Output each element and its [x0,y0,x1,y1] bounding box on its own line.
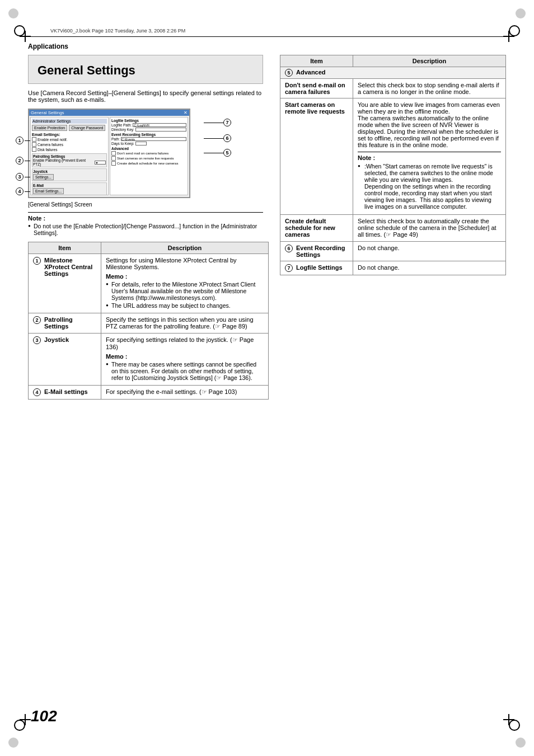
reg-circle-bl [14,720,25,731]
memo-title: Memo : [106,353,128,360]
corner-decoration-tl [8,8,18,18]
col-desc-header: Description [101,242,269,254]
desc-text: You are able to view live images from ca… [358,101,500,148]
desc-text: Select this check box to stop sending e-… [358,82,499,95]
desc-cell: For specifying settings related to the j… [101,334,269,386]
row-number-2: 2 [33,316,41,324]
item-cell: Start cameras on remote live requests [280,98,353,215]
desc-text: Settings for using Milestone XProtect Ce… [106,257,237,270]
memo-title: Memo : [106,273,128,280]
memo-item: For details, refer to the Milestone XPro… [106,281,264,301]
note-title-r: Note : [358,154,375,161]
row-number-7: 7 [285,264,293,272]
right-note: Note : :When "Start cameras on remote li… [358,152,501,210]
table-row: Start cameras on remote live requests Yo… [280,98,506,215]
applications-heading: Applications [28,43,506,50]
item-label: Milestone XProtect Central Settings [44,257,96,277]
item-label: Event Recording Settings [296,245,348,258]
table-row: Create default schedule for new cameras … [280,215,506,242]
callout-4: 4 [16,187,24,195]
item-cell: 6 Event Recording Settings [280,242,353,261]
screenshot-box: General Settings ✕ Administrator Setting… [28,109,190,198]
desc-cell: Settings for using Milestone XProtect Ce… [101,254,269,313]
table-row: 3 Joystick For specifying settings relat… [29,334,269,386]
item-cell: Don't send e-mail on camera failures [280,79,353,98]
item-label: Create default schedule for new cameras [285,218,335,238]
section-number-5: 5 [285,69,293,77]
table-row: Don't send e-mail on camera failures Sel… [280,79,506,98]
right-table: Item Description 5 Advanced [280,55,506,275]
left-column: General Settings Use [Camera Record Sett… [28,55,269,400]
memo-item: There may be cases where settings cannot… [106,361,264,381]
section-title: Advanced [296,69,326,76]
table-row: 7 Logfile Settings Do not change. [280,261,506,275]
gs-titlebar: General Settings ✕ [29,110,189,116]
item-cell: 1 Milestone XProtect Central Settings [29,254,101,313]
row-number-1: 1 [33,257,41,265]
desc-text: Select this check box to automatically c… [358,218,496,238]
table-row: 4 E-Mail settings For specifying the e-m… [29,386,269,400]
section-label: 5 Advanced [280,67,506,79]
col-item-header: Item [29,242,101,254]
desc-text: Do not change. [358,245,400,251]
memo-list: For details, refer to the Milestone XPro… [106,281,264,309]
item-label: Start cameras on remote live requests [285,101,345,115]
callout-3: 3 [16,173,24,181]
desc-cell: You are able to view live images from ca… [353,98,506,215]
item-cell: Create default schedule for new cameras [280,215,353,242]
note-title: Note : [28,215,45,222]
screenshot-label: [General Settings] Screen [28,201,269,208]
corner-decoration-br [516,738,526,748]
section-rule [28,36,506,37]
item-label: E-Mail settings [44,388,88,395]
table-row: 6 Event Recording Settings Do not change… [280,242,506,261]
desc-cell: Select this check box to automatically c… [353,215,506,242]
section-row-advanced: 5 Advanced [280,67,506,79]
desc-text: For specifying settings related to the j… [106,336,254,350]
page-number: 102 [31,707,57,725]
row-number-6: 6 [285,245,293,252]
item-label: Don't send e-mail on camera failures [285,82,345,95]
corner-decoration-tr [516,8,526,18]
page-title: General Settings [38,63,254,78]
note-list: Do not use the [Enable Protection]/[Chen… [28,223,263,236]
memo-list: There may be cases where settings cannot… [106,361,264,381]
note-item-r: :When "Start cameras on remote live requ… [358,163,501,210]
table-row: 1 Milestone XProtect Central Settings Se… [29,254,269,313]
callout-5: 5 [223,149,231,157]
item-label: Patrolling Settings [44,316,96,330]
row-number-4: 4 [33,388,41,396]
file-info: VK7Vi600_J.book Page 102 Tuesday, June 3… [22,11,512,34]
desc-cell: Do not change. [353,261,506,275]
desc-cell: Do not change. [353,242,506,261]
desc-cell: Select this check box to stop sending e-… [353,79,506,98]
note-list-r: :When "Start cameras on remote live requ… [358,163,501,210]
note-item: Do not use the [Enable Protection]/[Chen… [28,223,263,236]
reg-circle-br [509,720,520,731]
callout-2: 2 [16,157,24,165]
item-label: Logfile Settings [296,264,343,271]
item-label: Joystick [44,336,69,343]
desc-text: Do not change. [358,264,400,271]
note-box: Note : Do not use the [Enable Protection… [28,212,263,236]
reg-circle-tr [509,25,520,36]
item-cell: 3 Joystick [29,334,101,386]
corner-decoration-bl [8,738,18,748]
callout-6: 6 [223,134,231,142]
memo-item: The URL address may be subject to change… [106,302,264,309]
desc-cell: Specify the settings in this section whe… [101,313,269,334]
right-column: Item Description 5 Advanced [280,55,506,275]
col-item-header-r: Item [280,55,353,67]
desc-text: Specify the settings in this section whe… [106,316,254,330]
intro-text: Use [Camera Record Setting]–[General Set… [28,90,263,103]
callout-7: 7 [223,119,231,126]
left-table: Item Description 1 Milestone XProtect Ce… [28,242,269,400]
callout-1: 1 [16,137,24,144]
desc-cell: For specifying the e-mail settings. (☞ P… [101,386,269,400]
item-cell: 7 Logfile Settings [280,261,353,275]
desc-text: For specifying the e-mail settings. (☞ P… [106,388,237,395]
col-desc-header-r: Description [353,55,506,67]
item-cell: 4 E-Mail settings [29,386,101,400]
reg-circle-tl [14,25,25,36]
table-row: 2 Patrolling Settings Specify the settin… [29,313,269,334]
